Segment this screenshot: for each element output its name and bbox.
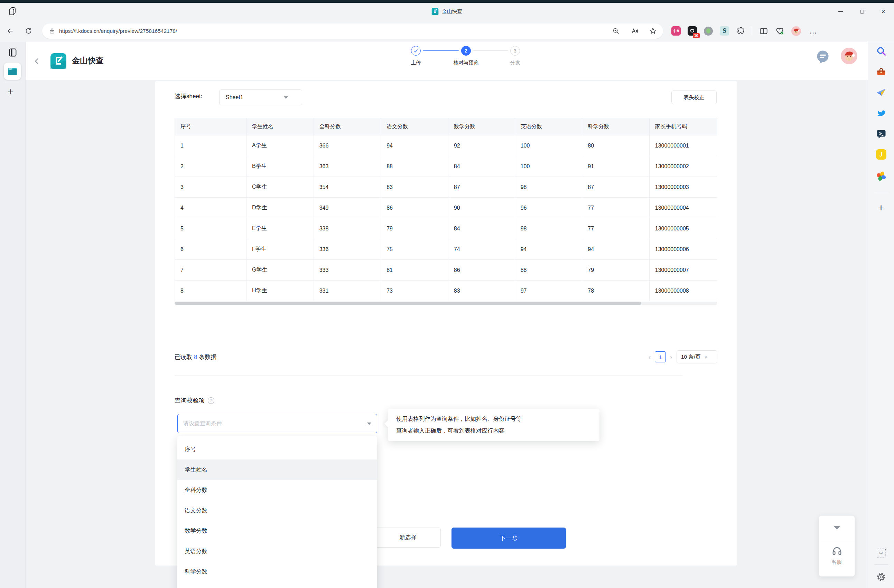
recorder-extension-icon[interactable]	[704, 27, 713, 36]
table-cell: 75	[381, 239, 449, 260]
next-page-button[interactable]: ›	[670, 353, 672, 361]
step-connector-todo	[473, 50, 508, 51]
translate-extension-icon[interactable]: 中A	[671, 26, 681, 36]
sidebar-add-button[interactable]: +	[876, 202, 887, 214]
customer-service-button[interactable]: 客服	[819, 540, 855, 565]
back-icon	[6, 27, 14, 35]
table-cell: 83	[381, 177, 449, 198]
table-cell: 84	[448, 156, 515, 177]
address-bar[interactable]: https://f.kdocs.cn/enquiry/preview/27581…	[42, 24, 663, 39]
journal-icon[interactable]	[8, 48, 18, 57]
tab-title: 金山快查	[442, 8, 462, 15]
close-button[interactable]: ×	[873, 3, 894, 20]
horizontal-scrollbar[interactable]	[175, 302, 717, 305]
section-divider	[175, 375, 683, 376]
profile-avatar[interactable]	[791, 26, 801, 36]
snip-button[interactable]: ✂	[876, 549, 886, 558]
query-condition-placeholder: 请设置查询条件	[183, 420, 222, 427]
split-screen-icon[interactable]	[759, 27, 768, 36]
preview-card: 选择sheet: Sheet1 表头校正 序号学生姓名全科分数语文分数数学分数英…	[155, 81, 737, 565]
sidebar-chat-button[interactable]	[876, 128, 887, 140]
table-cell: 1	[175, 136, 246, 156]
kdocs-app-shortcut[interactable]	[4, 63, 21, 80]
step-1-indicator	[411, 46, 421, 56]
dropdown-option[interactable]: 学生姓名	[177, 460, 377, 480]
add-icon[interactable]: +	[8, 86, 14, 98]
query-condition-select[interactable]: 请设置查询条件	[177, 414, 377, 433]
sidebar-twitter-button[interactable]	[876, 108, 887, 119]
current-page[interactable]: 1	[655, 351, 666, 362]
tab[interactable]: 金山快查	[432, 3, 462, 20]
maximize-button[interactable]	[851, 3, 873, 20]
santa-avatar-icon	[792, 27, 800, 35]
tooltip-arrow	[384, 420, 392, 427]
row-count-summary: 已读取8条数据	[175, 353, 216, 361]
url-text[interactable]: https://f.kdocs.cn/enquiry/preview/27581…	[59, 28, 177, 34]
table-cell: 88	[381, 156, 449, 177]
table-cell: 13000000004	[649, 198, 717, 218]
dropdown-option[interactable]: 数学分数	[177, 521, 377, 541]
extensions-puzzle-icon[interactable]	[736, 27, 745, 36]
sheet-select[interactable]: Sheet1	[219, 89, 302, 106]
left-sidebar-divider	[4, 82, 21, 82]
user-avatar[interactable]	[841, 48, 857, 64]
table-cell: 87	[582, 177, 649, 198]
reselect-button[interactable]: 新选择	[375, 528, 441, 547]
sheet-select-value: Sheet1	[226, 94, 243, 101]
s-extension-icon[interactable]: S	[720, 26, 729, 36]
search-icon	[876, 46, 886, 56]
zoom-out-icon[interactable]	[612, 27, 620, 35]
table-cell: 96	[515, 198, 582, 218]
paper-plane-icon	[876, 87, 886, 97]
table-cell: 13000000002	[649, 156, 717, 177]
dropdown-option[interactable]: 英语分数	[177, 541, 377, 561]
j-app-icon: J	[876, 149, 886, 160]
workspaces-icon[interactable]	[8, 6, 17, 16]
prev-page-button[interactable]: ‹	[649, 353, 651, 361]
table-cell: 74	[448, 239, 515, 260]
dropdown-option[interactable]: 语文分数	[177, 500, 377, 521]
sidebar-toolbox-button[interactable]	[876, 66, 887, 77]
refresh-button[interactable]	[21, 24, 36, 39]
extensions-row: 中A 10 S	[671, 26, 818, 36]
sidebar-settings-button[interactable]	[876, 571, 887, 582]
scrollbar-thumb[interactable]	[175, 302, 641, 305]
table-row: 7G学生3338186887913000000007	[175, 260, 717, 280]
lock-icon	[49, 28, 55, 34]
query-options-dropdown: 序号学生姓名全科分数语文分数数学分数英语分数科学分数	[177, 436, 377, 588]
feedback-chat-icon[interactable]	[815, 49, 831, 64]
next-step-button[interactable]: 下一步	[452, 528, 566, 549]
table-cell: G学生	[246, 260, 314, 280]
browser-essentials-icon[interactable]	[775, 26, 784, 36]
header-fix-button[interactable]: 表头校正	[671, 90, 717, 104]
window-top-edge	[0, 0, 894, 3]
snip-icon: ✂	[879, 551, 883, 556]
sidebar-j-app-button[interactable]: J	[876, 149, 887, 160]
table-cell: C学生	[246, 177, 314, 198]
sidebar-search-button[interactable]	[876, 45, 887, 57]
minimize-button[interactable]	[830, 3, 851, 20]
table-cell: 354	[314, 177, 381, 198]
page-size-select[interactable]: 10 条/页 ∨	[677, 350, 717, 363]
collapse-button[interactable]	[819, 516, 855, 540]
dropdown-option[interactable]: 全科分数	[177, 480, 377, 500]
table-cell: 13000000005	[649, 218, 717, 239]
sidebar-photos-button[interactable]	[876, 171, 887, 182]
dropdown-option[interactable]: 序号	[177, 439, 377, 460]
blocker-extension-icon[interactable]: 10	[688, 26, 697, 36]
table-cell: 333	[314, 260, 381, 280]
settings-more-icon[interactable]: …	[809, 27, 818, 36]
chevron-down-icon	[284, 96, 288, 99]
app-back-button[interactable]	[33, 56, 41, 66]
refresh-icon	[25, 27, 32, 35]
sidebar-plane-button[interactable]	[876, 87, 887, 98]
table-cell: 80	[582, 136, 649, 156]
table-row: 2B学生36388841009113000000002	[175, 156, 717, 177]
favorite-star-icon[interactable]	[649, 27, 657, 35]
table-row: 1A学生36694921008013000000001	[175, 136, 717, 156]
dropdown-option[interactable]: 科学分数	[177, 561, 377, 582]
back-button[interactable]	[3, 24, 18, 39]
help-icon[interactable]: ?	[208, 397, 214, 404]
table-cell: 79	[381, 218, 449, 239]
read-aloud-icon[interactable]	[630, 27, 639, 35]
